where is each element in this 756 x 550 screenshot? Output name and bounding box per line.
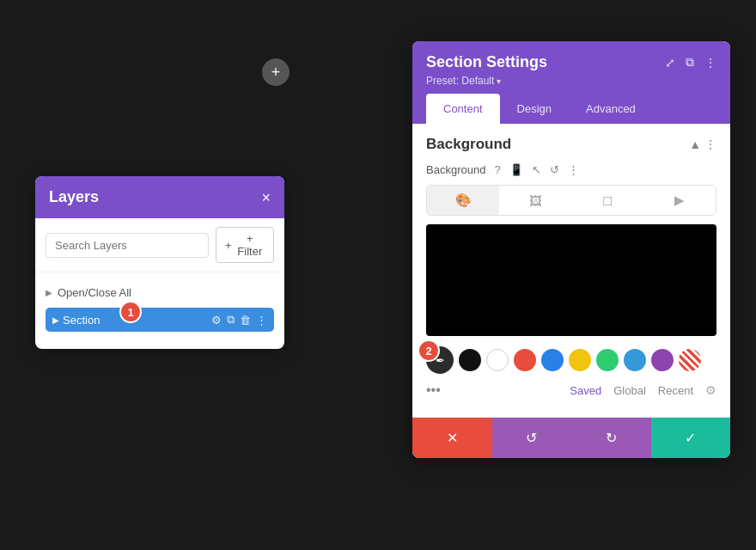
layers-search-row: + + Filter (35, 218, 284, 272)
color-settings-gear-icon[interactable]: ⚙ (705, 383, 716, 397)
reset-icon: ↺ (526, 430, 537, 446)
step-badge-1: 1 (119, 301, 142, 323)
cancel-icon: ✕ (447, 430, 458, 446)
background-preview (426, 224, 716, 336)
settings-body: Background ▲ ⋮ Background ? 📱 ↖ ↺ ⋮ 🎨 🖼 … (412, 124, 730, 417)
background-more-icon[interactable]: ⋮ (704, 138, 716, 151)
more-options-icon[interactable]: ⋮ (256, 314, 267, 327)
section-action-icons: ⚙ ⧉ 🗑 ⋮ (211, 313, 267, 327)
action-bar: ✕ ↺ ↻ ✓ (412, 417, 730, 458)
preset-label: Preset: Default (426, 75, 494, 87)
step-badge-2: 2 (418, 339, 440, 362)
layers-header: Layers × (35, 176, 284, 218)
undo-icon[interactable]: ↺ (550, 163, 559, 176)
swatch-green[interactable] (596, 349, 619, 371)
help-icon[interactable]: ? (494, 163, 500, 176)
plus-icon: + (271, 64, 281, 82)
redo-icon: ↻ (606, 430, 617, 446)
filter-icon: + (225, 239, 232, 252)
background-heading-icons: ▲ ⋮ (689, 138, 716, 151)
tab-content[interactable]: Content (426, 94, 500, 124)
filter-label: + Filter (235, 232, 265, 258)
color-tab-saved[interactable]: Saved (570, 384, 601, 397)
swatch-striped[interactable] (679, 349, 701, 371)
color-tab-recent[interactable]: Recent (658, 384, 693, 397)
expand-icon[interactable]: ⤢ (665, 56, 675, 70)
more-colors-button[interactable]: ••• (426, 382, 441, 398)
layers-title: Layers (49, 188, 99, 206)
tab-content-label: Content (443, 102, 483, 115)
bg-type-image-button[interactable]: 🖼 (499, 186, 571, 215)
layers-close-button[interactable]: × (261, 190, 271, 205)
section-settings-panel: Section Settings ⤢ ⧉ ⋮ Preset: Default ▾… (412, 41, 730, 458)
cursor-icon[interactable]: ↖ (532, 163, 541, 176)
more-options-header-icon[interactable]: ⋮ (704, 56, 716, 70)
background-heading: Background (426, 136, 511, 153)
swatch-black[interactable] (459, 349, 481, 371)
bg-type-color-button[interactable]: 🎨 (427, 186, 499, 215)
reset-button[interactable]: ↺ (492, 418, 572, 458)
open-close-all-button[interactable]: ▶ Open/Close All (46, 281, 274, 304)
columns-icon[interactable]: ⧉ (686, 55, 694, 70)
background-controls-row: Background ? 📱 ↖ ↺ ⋮ (426, 163, 716, 176)
background-type-selector: 🎨 🖼 ◻ ▶ (426, 185, 716, 216)
color-tab-global[interactable]: Global (613, 384, 646, 397)
open-close-label: Open/Close All (58, 286, 131, 299)
tab-advanced[interactable]: Advanced (569, 94, 653, 124)
swatch-blue-dark[interactable] (541, 349, 564, 371)
section-layer-row[interactable]: ▶ Section 1 ⚙ ⧉ 🗑 ⋮ (46, 308, 274, 332)
tab-design[interactable]: Design (500, 94, 569, 124)
settings-header: Section Settings ⤢ ⧉ ⋮ Preset: Default ▾… (412, 41, 730, 124)
device-icon[interactable]: 📱 (509, 163, 523, 176)
settings-header-icons: ⤢ ⧉ ⋮ (665, 55, 716, 70)
preset-dropdown-arrow: ▾ (497, 76, 501, 86)
swatch-red[interactable] (514, 349, 536, 371)
bg-type-video-button[interactable]: ▶ (643, 186, 716, 215)
section-expand-arrow: ▶ (52, 315, 59, 325)
bg-type-gradient-button[interactable]: ◻ (571, 186, 643, 215)
confirm-button[interactable]: ✓ (651, 418, 731, 458)
layers-filter-button[interactable]: + + Filter (216, 227, 274, 263)
preset-row[interactable]: Preset: Default ▾ (426, 75, 716, 87)
confirm-icon: ✓ (685, 430, 696, 446)
background-heading-row: Background ▲ ⋮ (426, 136, 716, 153)
color-tabs-left: Saved Global Recent ⚙ (570, 383, 716, 397)
background-label: Background (426, 163, 485, 176)
settings-tabs: Content Design Advanced (426, 94, 716, 124)
color-swatches-row: 2 ✒ (426, 346, 716, 374)
settings-title: Section Settings (426, 53, 547, 71)
color-tabs-row: ••• Saved Global Recent ⚙ (426, 382, 716, 398)
settings-gear-icon[interactable]: ⚙ (211, 314, 222, 327)
layers-search-input[interactable] (46, 233, 209, 258)
tab-design-label: Design (517, 102, 552, 115)
cancel-button[interactable]: ✕ (412, 418, 492, 458)
layers-body: ▶ Open/Close All ▶ Section 1 ⚙ ⧉ 🗑 ⋮ (35, 272, 284, 349)
settings-title-row: Section Settings ⤢ ⧉ ⋮ (426, 53, 716, 71)
swatch-blue-medium[interactable] (624, 349, 646, 371)
add-section-button[interactable]: + (262, 58, 290, 86)
collapse-icon[interactable]: ▲ (689, 138, 701, 151)
duplicate-icon[interactable]: ⧉ (227, 313, 235, 327)
arrow-right-icon: ▶ (46, 288, 52, 297)
swatch-yellow[interactable] (569, 349, 591, 371)
tab-advanced-label: Advanced (586, 102, 636, 115)
swatch-white[interactable] (486, 349, 509, 371)
layers-panel: Layers × + + Filter ▶ Open/Close All ▶ S… (35, 176, 284, 349)
redo-button[interactable]: ↻ (571, 418, 651, 458)
bg-more-icon[interactable]: ⋮ (568, 163, 579, 176)
swatch-purple[interactable] (651, 349, 674, 371)
delete-icon[interactable]: 🗑 (240, 314, 251, 327)
